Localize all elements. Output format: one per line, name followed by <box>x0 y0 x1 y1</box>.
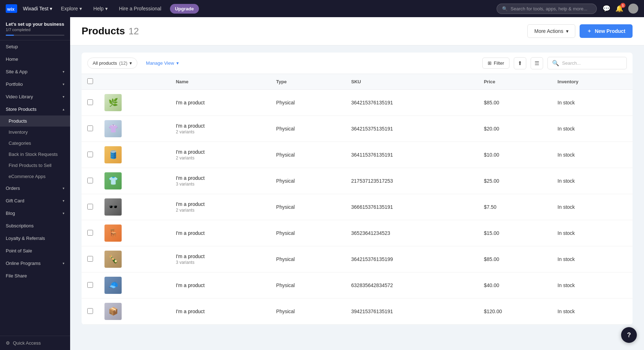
row-checkbox[interactable] <box>87 178 93 183</box>
product-thumbnail: 📦 <box>104 303 122 320</box>
sidebar-sub-find-products[interactable]: Find Products to Sell <box>0 160 70 171</box>
row-checkbox-cell[interactable] <box>82 246 99 272</box>
nav-icon-group: 💬 🔔 1 <box>602 4 638 14</box>
more-actions-button[interactable]: More Actions ▾ <box>527 24 575 38</box>
sidebar-item-orders[interactable]: Orders ▾ <box>0 182 70 194</box>
th-inventory[interactable]: Inventory <box>552 74 633 90</box>
product-sku-cell: 366615376135191 <box>346 194 478 220</box>
select-all-checkbox[interactable] <box>87 78 93 84</box>
chevron-down-icon: ▾ <box>63 82 64 86</box>
columns-icon: ☰ <box>535 60 539 66</box>
sidebar-item-video-library[interactable]: Video Library ▾ <box>0 90 70 103</box>
columns-button[interactable]: ☰ <box>531 57 543 69</box>
svg-text:wix: wix <box>7 6 15 12</box>
chevron-down-icon: ▾ <box>63 95 64 99</box>
chat-icon[interactable]: 💬 <box>602 5 610 13</box>
manage-view-button[interactable]: Manage View ▾ <box>142 58 183 68</box>
notification-bell-icon[interactable]: 🔔 1 <box>615 5 623 13</box>
product-price-cell: $85.00 <box>478 246 552 272</box>
sidebar-item-gift-card[interactable]: Gift Card ▾ <box>0 194 70 207</box>
filter-dropdown[interactable]: All products (12) ▾ <box>87 58 137 69</box>
quick-access-button[interactable]: ⚙ Quick Access <box>6 340 64 346</box>
th-sku[interactable]: SKU <box>346 74 478 90</box>
thumb-icon: 🛢️ <box>108 150 118 159</box>
filter-button[interactable]: ⊞ Filter <box>482 58 509 69</box>
help-button[interactable]: ? <box>621 327 637 343</box>
product-type-cell: Physical <box>270 116 346 142</box>
row-checkbox[interactable] <box>87 256 93 262</box>
row-checkbox-cell[interactable] <box>82 194 99 220</box>
row-checkbox-cell[interactable] <box>82 116 99 142</box>
sidebar-sub-inventory[interactable]: Inventory <box>0 127 70 138</box>
row-checkbox[interactable] <box>87 282 93 288</box>
sidebar-item-point-of-sale[interactable]: Point of Sale <box>0 245 70 257</box>
product-type-cell: Physical <box>270 272 346 299</box>
product-type-cell: Physical <box>270 168 346 194</box>
sidebar-item-blog[interactable]: Blog ▾ <box>0 207 70 220</box>
row-checkbox-cell[interactable] <box>82 168 99 194</box>
product-sku-cell: 364215376135191 <box>346 90 478 116</box>
row-checkbox-cell[interactable] <box>82 90 99 116</box>
global-search[interactable]: 🔍 <box>497 4 597 14</box>
row-checkbox[interactable] <box>87 152 93 157</box>
nav-hire[interactable]: Hire a Professional <box>116 4 164 13</box>
row-checkbox[interactable] <box>87 204 93 209</box>
select-all-header[interactable] <box>82 74 99 90</box>
row-checkbox[interactable] <box>87 230 93 236</box>
thumb-icon: 🌿 <box>108 98 118 107</box>
filter-icon: ⊞ <box>488 60 492 66</box>
product-inventory-cell: In stock <box>552 246 633 272</box>
product-type-cell: Physical <box>270 90 346 116</box>
thumb-icon: 🕶️ <box>108 202 118 212</box>
avatar[interactable] <box>628 4 638 14</box>
upgrade-button[interactable]: Upgrade <box>170 4 199 14</box>
sidebar-item-portfolio[interactable]: Portfolio ▾ <box>0 78 70 90</box>
export-button[interactable]: ⬆ <box>514 57 526 69</box>
th-price[interactable]: Price <box>478 74 552 90</box>
row-checkbox[interactable] <box>87 308 93 314</box>
workspace-selector[interactable]: Wixadi Test ▾ <box>23 6 52 11</box>
product-sku-cell: 217537123517253 <box>346 168 478 194</box>
sidebar-item-home[interactable]: Home <box>0 53 70 65</box>
nav-help[interactable]: Help▾ <box>91 4 111 13</box>
chevron-down-icon: ▾ <box>63 70 64 74</box>
product-name-cell: I'm a product <box>170 90 270 116</box>
row-checkbox-cell[interactable] <box>82 142 99 168</box>
chevron-down-icon: ▾ <box>63 211 64 215</box>
row-checkbox-cell[interactable] <box>82 220 99 246</box>
new-product-button[interactable]: ＋ New Product <box>580 24 633 38</box>
sidebar-sub-categories[interactable]: Categories <box>0 138 70 149</box>
sidebar-item-file-share[interactable]: File Share <box>0 270 70 282</box>
row-checkbox[interactable] <box>87 125 93 131</box>
sidebar-item-store-products[interactable]: Store Products ▴ <box>0 103 70 115</box>
product-price-cell: $15.00 <box>478 220 552 246</box>
sidebar-sub-products[interactable]: Products <box>0 115 70 127</box>
row-checkbox[interactable] <box>87 99 93 105</box>
row-checkbox-cell[interactable] <box>82 299 99 325</box>
header-actions: More Actions ▾ ＋ New Product <box>527 24 633 38</box>
product-search-input[interactable] <box>562 60 622 66</box>
sidebar-item-subscriptions[interactable]: Subscriptions <box>0 220 70 232</box>
th-name[interactable]: Name <box>170 74 270 90</box>
product-search[interactable]: 🔍 <box>547 57 627 69</box>
product-sku-cell: 364215376135199 <box>346 246 478 272</box>
product-thumbnail: 🧢 <box>104 277 122 294</box>
product-name-cell: I'm a product <box>170 272 270 299</box>
sidebar-item-setup[interactable]: Setup <box>0 40 70 53</box>
global-search-input[interactable] <box>511 6 591 11</box>
sidebar-item-site-app[interactable]: Site & App ▾ <box>0 65 70 78</box>
product-name-cell: I'm a product <box>170 220 270 246</box>
product-inventory-cell: In stock <box>552 90 633 116</box>
nav-explore[interactable]: Explore▾ <box>58 4 84 13</box>
product-sku-cell: 364115376135191 <box>346 142 478 168</box>
row-checkbox-cell[interactable] <box>82 272 99 299</box>
sidebar-sub-ecommerce-apps[interactable]: eCommerce Apps <box>0 171 70 182</box>
th-type[interactable]: Type <box>270 74 346 90</box>
sidebar-sub-back-in-stock[interactable]: Back in Stock Requests <box>0 149 70 160</box>
sidebar-item-loyalty-referrals[interactable]: Loyalty & Referrals <box>0 232 70 245</box>
filter-label: All products <box>93 60 117 66</box>
table-header-row: Name Type SKU Price Inventory <box>82 74 633 90</box>
top-navigation: wix Wixadi Test ▾ Explore▾ Help▾ Hire a … <box>0 0 644 17</box>
product-thumbnail-cell: 🧢 <box>99 272 170 299</box>
sidebar-item-online-programs[interactable]: Online Programs ▾ <box>0 257 70 270</box>
